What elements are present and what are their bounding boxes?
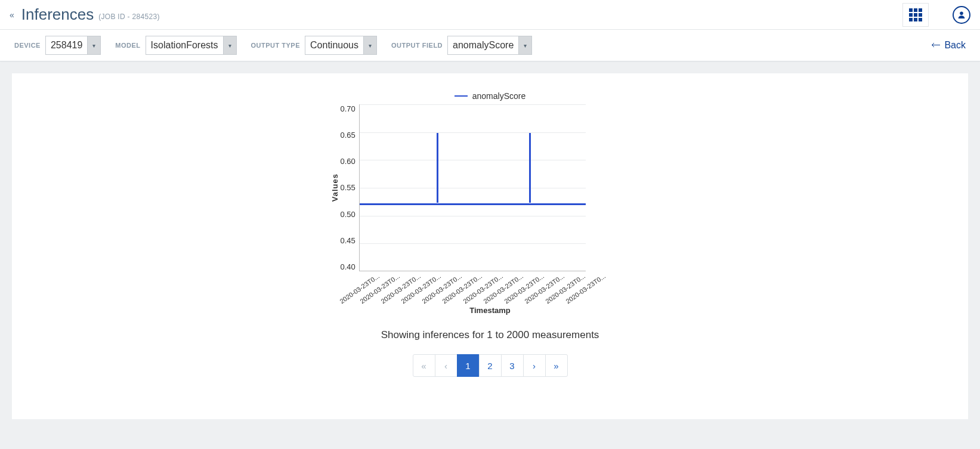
filter-bar: DEVICE 258419 ▾ MODEL IsolationForests ▾… <box>0 30 980 61</box>
apps-button[interactable] <box>902 3 929 27</box>
chevron-down-icon: ▾ <box>363 36 376 54</box>
device-select-value: 258419 <box>46 36 87 54</box>
chart: anomalyScore Values 0.70 0.65 0.60 0.55 … <box>329 91 651 315</box>
page-number-button[interactable]: 1 <box>457 354 480 377</box>
result-summary: Showing inferences for 1 to 2000 measure… <box>381 329 599 341</box>
user-icon <box>957 10 966 20</box>
arrow-left-icon: 🡐 <box>931 40 941 51</box>
page-number-button[interactable]: 3 <box>501 354 524 377</box>
chevron-down-icon: ▾ <box>223 36 236 54</box>
chart-legend: anomalyScore <box>329 91 651 101</box>
chevron-down-icon: ▾ <box>87 36 100 54</box>
device-label: DEVICE <box>14 42 41 49</box>
y-tick: 0.40 <box>341 262 355 271</box>
pagination: « ‹ 1 2 3 › » <box>413 354 568 377</box>
output-type-select-value: Continuous <box>305 36 363 54</box>
device-select[interactable]: 258419 ▾ <box>45 36 101 55</box>
legend-label: anomalyScore <box>472 91 526 101</box>
page-number-button[interactable]: 2 <box>479 354 502 377</box>
output-type-label: OUTPUT TYPE <box>251 42 301 49</box>
x-axis-ticks: 2020-03-23T0... 2020-03-23T0... 2020-03-… <box>365 271 651 274</box>
page-last-button[interactable]: » <box>545 354 568 377</box>
output-type-select[interactable]: Continuous ▾ <box>305 36 377 55</box>
y-axis-title: Values <box>329 174 341 202</box>
page-title: Inferences <box>21 5 94 24</box>
collapse-icon[interactable]: « <box>10 10 14 20</box>
chevron-down-icon: ▾ <box>518 36 531 54</box>
top-bar: « Inferences (JOB ID - 284523) <box>0 0 980 30</box>
series-spike <box>437 133 438 203</box>
back-label: Back <box>944 40 966 51</box>
user-menu-button[interactable] <box>953 6 970 24</box>
y-axis-ticks: 0.70 0.65 0.60 0.55 0.50 0.45 0.40 <box>341 104 359 271</box>
series-spike <box>529 133 531 203</box>
x-axis-title: Timestamp <box>329 306 651 315</box>
y-tick: 0.70 <box>341 104 355 113</box>
page-prev-button[interactable]: ‹ <box>435 354 457 377</box>
svg-point-0 <box>960 11 963 15</box>
output-field-select[interactable]: anomalyScore ▾ <box>447 36 532 55</box>
output-field-label: OUTPUT FIELD <box>391 42 443 49</box>
device-filter: DEVICE 258419 ▾ <box>14 36 101 55</box>
y-tick: 0.50 <box>341 210 355 219</box>
plot-area[interactable] <box>359 104 586 271</box>
model-label: MODEL <box>115 42 140 49</box>
back-link[interactable]: 🡐 Back <box>931 40 966 51</box>
legend-swatch <box>455 95 468 97</box>
y-tick: 0.60 <box>341 157 355 166</box>
content-panel: anomalyScore Values 0.70 0.65 0.60 0.55 … <box>12 73 968 419</box>
model-select-value: IsolationForests <box>146 36 223 54</box>
page-first-button[interactable]: « <box>413 354 435 377</box>
y-tick: 0.45 <box>341 236 355 245</box>
output-field-filter: OUTPUT FIELD anomalyScore ▾ <box>391 36 532 55</box>
output-type-filter: OUTPUT TYPE Continuous ▾ <box>251 36 377 55</box>
series-line <box>360 203 586 205</box>
page-subtitle: (JOB ID - 284523) <box>98 13 159 21</box>
model-filter: MODEL IsolationForests ▾ <box>115 36 236 55</box>
page-next-button[interactable]: › <box>523 354 546 377</box>
model-select[interactable]: IsolationForests ▾ <box>146 36 237 55</box>
y-tick: 0.55 <box>341 183 355 192</box>
output-field-select-value: anomalyScore <box>448 36 518 54</box>
apps-grid-icon <box>909 8 922 21</box>
y-tick: 0.65 <box>341 131 355 140</box>
